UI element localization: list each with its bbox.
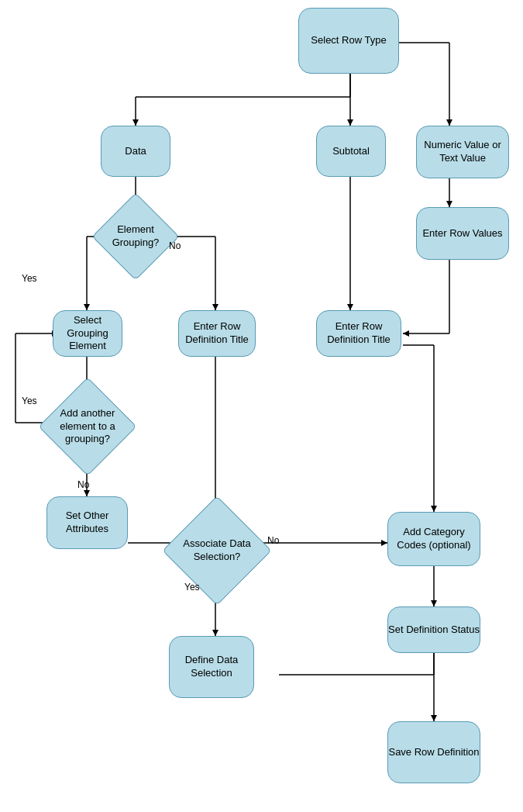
data-node: Data	[101, 126, 170, 177]
no-label-1: No	[169, 240, 181, 251]
associate-data-diamond: Associate Data Selection?	[178, 512, 256, 589]
svg-marker-10	[446, 201, 452, 207]
flowchart: Select Row Type Data Subtotal Numeric Va…	[0, 0, 523, 812]
no-label-3: No	[267, 535, 279, 546]
svg-marker-48	[431, 600, 437, 606]
svg-marker-40	[381, 540, 387, 546]
set-other-node: Set Other Attributes	[46, 496, 128, 549]
svg-marker-3	[132, 119, 139, 126]
yes-label-3: Yes	[184, 582, 200, 593]
svg-marker-23	[403, 330, 409, 337]
select-row-type-node: Select Row Type	[298, 8, 399, 74]
add-another-diamond: Add another element to a grouping?	[53, 392, 122, 461]
define-data-node: Define Data Selection	[169, 636, 254, 698]
set-definition-node: Set Definition Status	[387, 606, 480, 653]
svg-marker-8	[446, 119, 452, 126]
save-row-node: Save Row Definition	[387, 721, 480, 783]
subtotal-node: Subtotal	[316, 126, 386, 177]
svg-marker-5	[347, 119, 353, 126]
yes-label-1: Yes	[22, 273, 37, 284]
yes-label-2: Yes	[22, 396, 37, 406]
add-category-node: Add Category Codes (optional)	[387, 512, 480, 566]
svg-marker-50	[431, 715, 437, 721]
no-label-2: No	[77, 479, 89, 490]
svg-marker-18	[212, 304, 218, 310]
enter-row-def-right-node: Enter Row Definition Title	[316, 310, 401, 357]
svg-marker-31	[84, 490, 90, 496]
element-grouping-diamond: Element Grouping?	[105, 206, 167, 268]
enter-row-values-node: Enter Row Values	[416, 207, 509, 260]
svg-marker-15	[84, 304, 90, 310]
select-grouping-node: Select Grouping Element	[53, 310, 122, 357]
svg-marker-38	[431, 506, 437, 512]
enter-row-def-left-node: Enter Row Definition Title	[178, 310, 256, 357]
numeric-text-node: Numeric Value or Text Value	[416, 126, 509, 178]
svg-marker-20	[347, 304, 353, 310]
svg-marker-42	[212, 630, 218, 636]
